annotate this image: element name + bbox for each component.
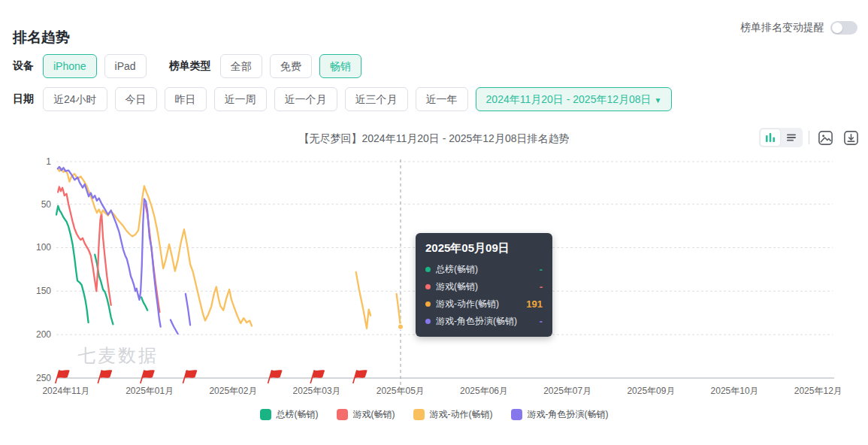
series-dot (425, 284, 431, 289)
series-value: - (523, 264, 543, 275)
date-preset-option-3[interactable]: 近一周 (214, 87, 267, 111)
svg-text:2025年01月: 2025年01月 (126, 386, 174, 396)
svg-text:250: 250 (36, 373, 51, 383)
svg-text:2025年07月: 2025年07月 (543, 386, 591, 396)
list-icon (786, 132, 797, 143)
series-value: - (523, 281, 543, 292)
flag-icon[interactable] (183, 370, 197, 383)
date-options: 近24小时今日昨日近一周近一个月近三个月近一年 (43, 87, 468, 111)
legend-item[interactable]: 游戏(畅销) (337, 408, 395, 421)
date-range-picker[interactable]: 2024年11月20日 - 2025年12月08日▼ (476, 87, 673, 111)
flag-icon[interactable] (310, 370, 325, 383)
chart-controls (759, 128, 860, 147)
device-options: iPhoneiPad (43, 54, 147, 78)
chart-tooltip: 2025年05月09日 总榜(畅销)-游戏(畅销)-游戏-动作(畅销)191游戏… (416, 233, 552, 337)
reminder-label: 榜单排名变动提醒 (740, 21, 824, 35)
list-type-option-0[interactable]: 全部 (220, 54, 262, 78)
chart-title: 【无尽梦回】2024年11月20日 - 2025年12月08日排名趋势 (0, 132, 868, 146)
tooltip-row: 游戏-角色扮演(畅销)- (425, 313, 543, 330)
series-value: - (523, 316, 543, 327)
svg-text:2025年03月: 2025年03月 (293, 386, 341, 396)
legend-swatch (337, 409, 348, 420)
device-option-1[interactable]: iPad (104, 54, 147, 78)
chart-legend: 总榜(畅销)游戏(畅销)游戏-动作(畅销)游戏-角色扮演(畅销) (0, 408, 868, 421)
series-name: 总榜(畅销) (436, 263, 518, 276)
rank-change-reminder: 榜单排名变动提醒 (740, 21, 857, 35)
flag-icon[interactable] (141, 370, 155, 383)
series-line (58, 168, 401, 328)
legend-item[interactable]: 游戏-角色扮演(畅销) (511, 408, 609, 421)
svg-text:1: 1 (46, 156, 51, 167)
download-icon (843, 130, 859, 146)
x-axis-labels: 2024年11月2025年01月2025年02月2025年03月2025年05月… (42, 386, 842, 396)
svg-text:2025年06月: 2025年06月 (460, 386, 508, 396)
legend-label: 游戏-动作(畅销) (430, 408, 493, 421)
series-line (58, 187, 159, 313)
svg-text:2025年10月: 2025年10月 (711, 386, 759, 396)
date-preset-option-6[interactable]: 近一年 (416, 87, 468, 111)
series-dot (425, 319, 431, 324)
series-name: 游戏(畅销) (436, 280, 518, 293)
flag-icon[interactable] (98, 370, 112, 383)
date-preset-option-2[interactable]: 昨日 (165, 87, 207, 111)
series-value: 191 (523, 298, 543, 310)
image-icon (818, 130, 833, 146)
list-type-option-2[interactable]: 畅销 (319, 54, 361, 78)
y-axis-labels: 150100150200250 (36, 156, 51, 383)
download-button[interactable] (841, 129, 860, 147)
date-preset-option-4[interactable]: 近一个月 (274, 87, 337, 111)
chart-view-toggle (759, 128, 803, 147)
svg-text:50: 50 (41, 199, 52, 210)
series-line (58, 167, 190, 334)
reminder-toggle[interactable] (830, 21, 857, 35)
date-filters: 日期 近24小时今日昨日近一周近一个月近三个月近一年 2024年11月20日 -… (13, 87, 672, 111)
toggle-knob (832, 23, 842, 33)
table-view-button[interactable] (782, 129, 801, 146)
svg-text:2024年11月: 2024年11月 (42, 386, 89, 396)
date-preset-option-0[interactable]: 近24小时 (43, 87, 107, 111)
tooltip-row: 总榜(畅销)- (425, 261, 543, 278)
date-preset-option-1[interactable]: 今日 (115, 87, 157, 111)
list-type-options: 全部免费畅销 (220, 54, 361, 78)
legend-swatch (260, 409, 271, 420)
tooltip-row: 游戏(畅销)- (425, 278, 543, 295)
legend-swatch (511, 409, 522, 420)
list-type-option-1[interactable]: 免费 (270, 54, 312, 78)
svg-text:2025年09月: 2025年09月 (627, 386, 675, 396)
date-preset-option-5[interactable]: 近三个月 (345, 87, 408, 111)
highlight-point (398, 324, 403, 329)
series-name: 游戏-动作(畅销) (436, 298, 518, 310)
svg-text:150: 150 (36, 286, 51, 296)
flag-icon[interactable] (56, 370, 70, 383)
device-label: 设备 (13, 59, 34, 73)
flag-icon[interactable] (268, 370, 283, 383)
device-and-list-type-filters: 设备 iPhoneiPad 榜单类型 全部免费畅销 (13, 54, 361, 78)
date-label: 日期 (13, 92, 34, 106)
legend-item[interactable]: 总榜(畅销) (260, 408, 319, 421)
release-flags[interactable] (56, 370, 367, 383)
tooltip-row: 游戏-动作(畅销)191 (425, 295, 543, 313)
svg-text:2025年02月: 2025年02月 (209, 386, 257, 396)
legend-label: 游戏-角色扮演(畅销) (528, 408, 609, 421)
flag-icon[interactable] (353, 370, 367, 383)
page-title: 排名趋势 (13, 28, 70, 47)
svg-text:200: 200 (36, 329, 51, 340)
save-image-button[interactable] (815, 129, 835, 147)
series-dot (425, 267, 431, 272)
chevron-down-icon: ▼ (655, 96, 662, 104)
device-option-0[interactable]: iPhone (43, 54, 97, 78)
chart-view-button[interactable] (761, 129, 780, 146)
legend-label: 游戏(畅销) (353, 408, 395, 421)
date-range-label: 2024年11月20日 - 2025年12月08日 (486, 93, 652, 105)
legend-swatch (413, 409, 425, 420)
svg-text:2025年12月: 2025年12月 (794, 386, 842, 396)
legend-item[interactable]: 游戏-动作(畅销) (413, 408, 493, 421)
series-name: 游戏-角色扮演(畅销) (436, 315, 518, 328)
tooltip-date: 2025年05月09日 (425, 241, 543, 256)
series-dot (425, 301, 431, 307)
bar-chart-icon (765, 132, 776, 143)
legend-label: 总榜(畅销) (277, 408, 319, 421)
svg-text:100: 100 (36, 242, 51, 253)
tooltip-rows: 总榜(畅销)-游戏(畅销)-游戏-动作(畅销)191游戏-角色扮演(畅销)- (425, 261, 543, 330)
divider (809, 131, 809, 144)
